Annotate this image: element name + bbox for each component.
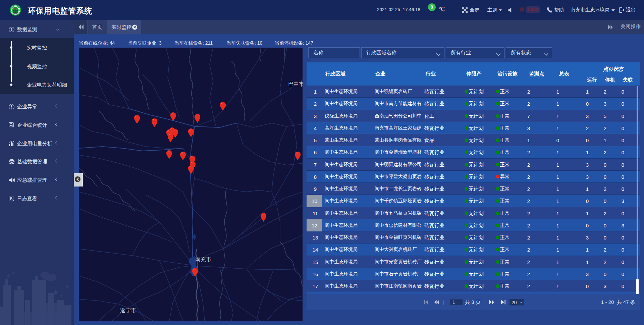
svg-text:遂宁市: 遂宁市 — [120, 308, 136, 313]
svg-text:南充市: 南充市 — [195, 257, 211, 262]
svg-text:巴中市: 巴中市 — [288, 81, 303, 87]
